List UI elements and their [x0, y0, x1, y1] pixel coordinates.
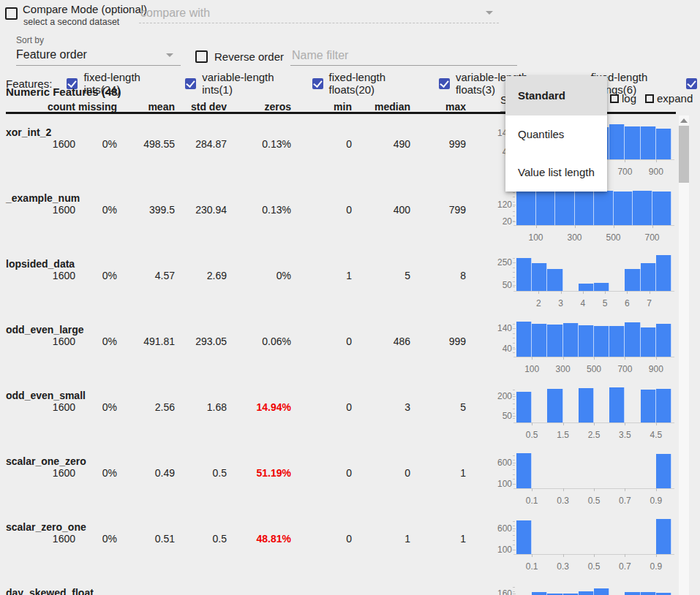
feature-name: _example_num [6, 192, 80, 204]
histogram-bar [516, 392, 532, 422]
y-minor-tick [513, 202, 515, 202]
feature-row: lopsided_data16000%4.572.690%15825050234… [0, 247, 700, 313]
chevron-down-icon [486, 11, 493, 15]
y-minor-tick [513, 277, 515, 278]
histogram-bar [656, 324, 671, 357]
log-checkbox[interactable] [610, 94, 619, 103]
x-tick-label: 0.7 [609, 561, 641, 572]
y-tick-label: 50 [490, 411, 512, 421]
menu-item-standard[interactable]: Standard [505, 76, 607, 115]
y-minor-tick [513, 474, 515, 475]
x-axis-line [513, 291, 674, 292]
feature-histogram[interactable]: 25050234567 [490, 250, 676, 313]
x-tick-label: 1.5 [547, 430, 579, 440]
histogram-bar [609, 387, 625, 422]
x-tick-mark [625, 159, 625, 162]
x-tick-label: 3.5 [609, 430, 641, 440]
x-tick-label: 0.1 [516, 561, 548, 572]
x-tick-mark [594, 422, 595, 425]
y-minor-tick [513, 192, 515, 193]
y-minor-tick [513, 521, 515, 522]
chevron-down-icon [166, 53, 173, 57]
y-minor-tick [513, 587, 515, 588]
y-tick-label: 140 [490, 323, 512, 333]
x-tick-label: 500 [578, 364, 610, 374]
menu-item-value-list-length[interactable]: Value list length [505, 154, 607, 192]
x-tick-label: 100 [516, 364, 548, 374]
x-tick-mark [563, 488, 564, 491]
histogram-bar [579, 388, 594, 422]
y-tick-label: 40 [490, 344, 512, 354]
histogram-bar [547, 269, 562, 291]
feature-type-label: variable-length ints(1) [202, 71, 297, 96]
expand-label: expand [657, 92, 693, 105]
x-tick-label: 0.7 [609, 496, 641, 506]
compare-mode-label: Compare Mode (optional) [23, 3, 147, 15]
y-minor-tick [513, 206, 515, 207]
y-minor-tick [513, 333, 515, 334]
compare-mode-sublabel: select a second dataset [23, 17, 119, 27]
feature-type-checkbox[interactable] [185, 78, 196, 89]
expand-checkbox[interactable] [645, 94, 654, 103]
y-tick-mark [513, 205, 516, 205]
scrollbar-thumb[interactable] [679, 126, 689, 183]
feature-name: odd_even_large [6, 324, 84, 336]
x-tick-label: 700 [609, 364, 641, 374]
x-tick-mark [656, 488, 657, 491]
feature-type-checkbox[interactable] [439, 78, 450, 89]
feature-histogram[interactable]: 200500.51.52.53.54.5 [490, 382, 676, 444]
x-tick-label: 0.3 [547, 496, 579, 506]
compare-mode-checkbox[interactable] [5, 7, 18, 20]
x-tick-mark [583, 291, 584, 294]
feature-name: scalar_one_zero [6, 455, 86, 467]
feature-histogram[interactable]: 160 [490, 579, 676, 595]
feature-type-checkbox[interactable] [312, 78, 323, 89]
y-minor-tick [513, 591, 515, 592]
compare-with-select[interactable]: compare with [139, 2, 499, 23]
feature-histogram[interactable]: 12020100300500700 [490, 184, 676, 247]
x-tick-mark [656, 422, 657, 425]
feature-row: odd_even_large16000%491.81293.050.06%048… [0, 313, 700, 379]
x-tick-mark [627, 291, 628, 294]
y-minor-tick [513, 531, 515, 531]
x-tick-label: 300 [559, 232, 591, 243]
y-minor-tick [513, 550, 515, 550]
y-minor-tick [513, 413, 515, 414]
x-tick-mark [614, 225, 614, 228]
sort-order-select[interactable]: Feature order [16, 45, 181, 66]
stat-max: 799 [385, 204, 466, 216]
x-tick-mark [532, 357, 532, 360]
menu-item-quantiles[interactable]: Quantiles [505, 115, 607, 154]
histogram-bar [656, 129, 671, 159]
name-filter-input[interactable]: Name filter [290, 45, 517, 66]
x-tick-mark [650, 291, 650, 294]
y-minor-tick [513, 347, 515, 348]
x-tick-mark [538, 291, 539, 294]
feature-name: lopsided_data [6, 258, 75, 270]
scroll-up-arrow-icon[interactable] [680, 118, 688, 123]
x-tick-mark [575, 225, 576, 228]
y-minor-tick [513, 526, 515, 526]
histogram-bar [516, 453, 532, 488]
feature-histogram[interactable]: 14040100300500700900 [490, 316, 676, 379]
x-tick-mark [594, 554, 595, 557]
feature-histogram[interactable]: 6001000.10.30.50.70.9 [490, 447, 676, 510]
x-tick-mark [656, 554, 657, 557]
histogram-bar [579, 284, 594, 291]
stat-max: 999 [385, 138, 466, 150]
y-minor-tick [513, 216, 515, 216]
feature-histogram[interactable]: 6001000.10.30.50.70.9 [490, 513, 676, 576]
name-filter-placeholder: Name filter [292, 49, 348, 62]
histogram-bar [656, 454, 671, 488]
feature-type-checkbox[interactable] [686, 78, 697, 89]
feature-type-filter: fixed-length floats(20) [312, 71, 424, 96]
histogram-bar [656, 389, 671, 422]
histogram-bar [641, 592, 656, 595]
y-minor-tick [513, 469, 515, 470]
feature-row: scalar_zero_one16000%0.510.548.81%011600… [0, 510, 700, 576]
reverse-order-checkbox[interactable] [195, 50, 208, 63]
y-tick-label: 50 [490, 280, 512, 290]
feature-name: odd_even_small [6, 390, 86, 401]
y-minor-tick [513, 394, 515, 395]
scrollbar[interactable] [679, 115, 689, 595]
